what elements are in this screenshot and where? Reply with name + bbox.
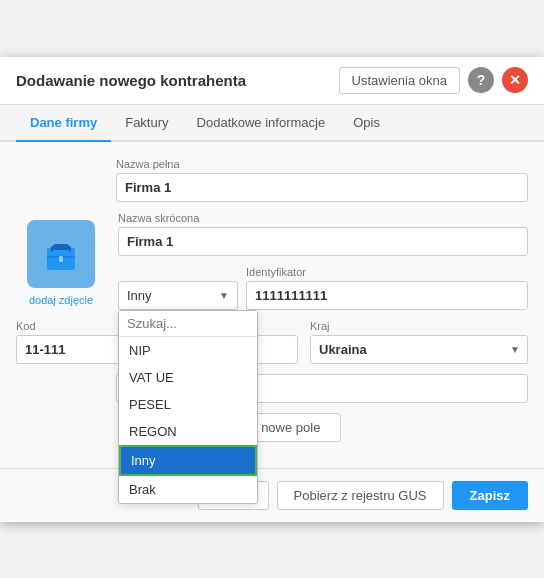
dropdown-item-nip[interactable]: NIP [119, 337, 257, 364]
avatar-section: dodaj zdjęcie [16, 212, 106, 310]
right-fields: Nazwa skrócona Inny ▼ NIP V [118, 212, 528, 310]
nazwa-skrocona-label: Nazwa skrócona [118, 212, 528, 224]
nazwa-pelna-input[interactable] [116, 173, 528, 202]
tab-dane-firmy[interactable]: Dane firmy [16, 105, 111, 142]
svg-rect-3 [69, 246, 71, 252]
identifier-value-group: Identyfikator [246, 266, 528, 310]
modal-body: Nazwa pełna dodaj zdjęcie [0, 142, 544, 468]
tabs-bar: Dane firmy Faktury Dodatkowe informacje … [0, 105, 544, 142]
svg-rect-1 [53, 244, 69, 250]
kod-input[interactable] [16, 335, 126, 364]
kraj-label: Kraj [310, 320, 528, 332]
header-actions: Ustawienia okna ? ✕ [339, 67, 528, 94]
dropdown-item-regon[interactable]: REGON [119, 418, 257, 445]
identifier-label: Identyfikator [246, 266, 528, 278]
select-arrow-icon: ▼ [219, 290, 229, 301]
add-photo-label[interactable]: dodaj zdjęcie [29, 294, 93, 306]
kod-label: Kod [16, 320, 126, 332]
tab-faktury[interactable]: Faktury [111, 105, 182, 142]
modal-header: Dodawanie nowego kontrahenta Ustawienia … [0, 57, 544, 105]
nazwa-skrocona-input[interactable] [118, 227, 528, 256]
identifier-row: Inny ▼ NIP VAT UE PESEL REGON Inny Brak [118, 266, 528, 310]
svg-rect-2 [51, 246, 53, 252]
dropdown-item-vatue[interactable]: VAT UE [119, 364, 257, 391]
identifier-type-select[interactable]: Inny ▼ [118, 281, 238, 310]
dropdown-item-brak[interactable]: Brak [119, 476, 257, 503]
kraj-arrow-icon: ▼ [510, 344, 520, 355]
help-icon[interactable]: ? [468, 67, 494, 93]
nazwa-pelna-group: Nazwa pełna [116, 158, 528, 202]
avatar-icon [27, 220, 95, 288]
tab-opis[interactable]: Opis [339, 105, 394, 142]
modal-title: Dodawanie nowego kontrahenta [16, 72, 246, 89]
identifier-input[interactable] [246, 281, 528, 310]
nazwa-pelna-label: Nazwa pełna [116, 158, 528, 170]
svg-rect-5 [59, 256, 63, 262]
modal-container: Dodawanie nowego kontrahenta Ustawienia … [0, 57, 544, 522]
select-container: Inny ▼ NIP VAT UE PESEL REGON Inny Brak [118, 281, 238, 310]
dropdown-item-pesel[interactable]: PESEL [119, 391, 257, 418]
dropdown-item-inny[interactable]: Inny [119, 445, 257, 476]
main-top-section: dodaj zdjęcie Nazwa skrócona Inny ▼ [16, 212, 528, 310]
dropdown-search-input[interactable] [119, 311, 257, 337]
kraj-group: Kraj ▼ [310, 320, 528, 364]
nazwa-skrocona-group: Nazwa skrócona [118, 212, 528, 256]
identifier-dropdown: NIP VAT UE PESEL REGON Inny Brak [118, 310, 258, 504]
settings-button[interactable]: Ustawienia okna [339, 67, 460, 94]
save-button[interactable]: Zapisz [452, 481, 528, 510]
kraj-input[interactable] [310, 335, 528, 364]
gus-button[interactable]: Pobierz z rejestru GUS [277, 481, 444, 510]
kod-group: Kod [16, 320, 126, 364]
modal-footer: Anuluj Pobierz z rejestru GUS Zapisz [0, 468, 544, 522]
suitcase-svg [39, 232, 83, 276]
address-row: Kod Ulica dom / lokal Kraj ▼ [16, 320, 528, 364]
close-icon[interactable]: ✕ [502, 67, 528, 93]
tab-dodatkowe[interactable]: Dodatkowe informacje [183, 105, 340, 142]
